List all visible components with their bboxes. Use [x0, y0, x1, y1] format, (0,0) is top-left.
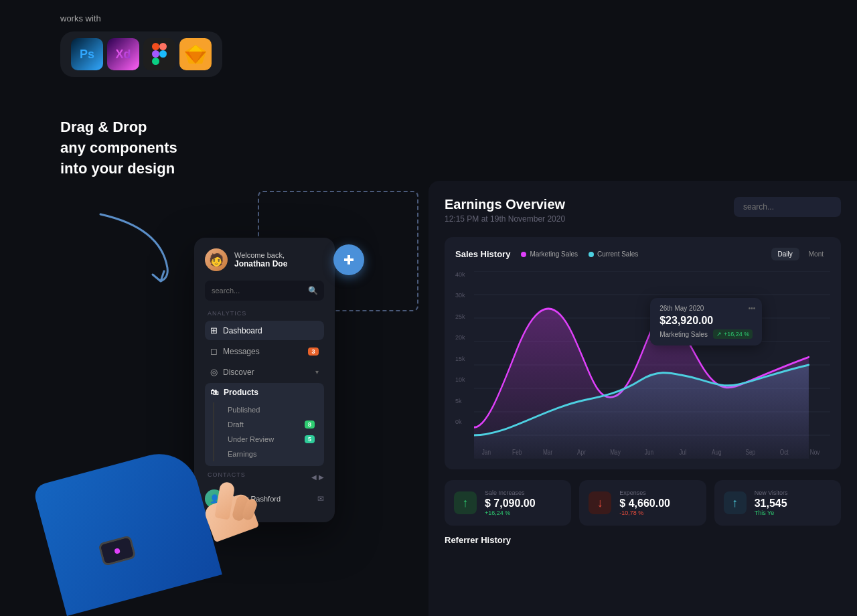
stat-amount-visitors: 31,545: [755, 497, 788, 510]
contacts-section: CONTACTS ◀ ▶ 👤 Henry Rashford ✉: [205, 471, 324, 512]
tab-monthly[interactable]: Mont: [802, 248, 830, 260]
stat-cards-row: ↑ Sale Increases $ 7,090.00 +16,24 % ↓ E…: [445, 480, 841, 526]
tooltip-label: Marketing Sales: [659, 331, 708, 338]
contact-message-icon[interactable]: ✉: [317, 494, 324, 504]
y-label-0k: 0k: [455, 418, 465, 425]
tooltip-footer: Marketing Sales ↗ +16,24 %: [659, 329, 753, 339]
stat-change-expenses: -10,78 %: [619, 510, 670, 516]
products-section[interactable]: 🛍 Products Published Draft 8 Under Revie…: [205, 383, 324, 466]
ps-icon: Ps: [71, 38, 103, 70]
add-component-button[interactable]: [333, 244, 364, 275]
svg-text:May: May: [610, 448, 621, 456]
user-header: 🧑 Welcome back, Jonathan Doe: [205, 248, 324, 271]
sidebar-item-discover[interactable]: ◎ Discover ▾: [205, 362, 324, 382]
stat-label-visitors: New Visitors: [755, 489, 788, 496]
y-label-25k: 25k: [455, 313, 465, 320]
stat-card-expenses: ↓ Expenses $ 4,660.00 -10,78 %: [579, 480, 706, 526]
svg-point-3: [159, 50, 167, 58]
sidebar-item-dashboard[interactable]: ⊞ Dashboard: [205, 321, 324, 340]
draft-label: Draft: [228, 420, 244, 429]
messages-icon: ◻: [210, 346, 218, 356]
under-review-label: Under Review: [228, 435, 274, 443]
products-header: 🛍 Products: [210, 388, 319, 397]
stat-info-expenses: Expenses $ 4,660.00 -10,78 %: [619, 489, 670, 516]
svg-rect-2: [152, 50, 159, 58]
stat-info-visitors: New Visitors 31,545 This Ye: [755, 489, 788, 516]
referrer-section: Referrer History: [445, 535, 841, 545]
svg-text:Jul: Jul: [680, 448, 687, 456]
chart-tooltip: 26th May 2020 ••• $23,920.00 Marketing S…: [650, 298, 762, 345]
svg-text:Mar: Mar: [543, 448, 552, 456]
discover-label: Discover: [223, 368, 254, 377]
tooltip-change: ↗ +16,24 %: [713, 329, 753, 339]
legend-current: Current Sales: [589, 250, 638, 258]
dashboard-title-group: Earnings Overview 12:15 PM at 19th Novem…: [445, 197, 565, 224]
stat-icon-down-red: ↓: [589, 491, 611, 514]
stat-info-sale: Sale Increases $ 7,090.00 +16,24 %: [485, 489, 536, 516]
sidebar-panel: 🧑 Welcome back, Jonathan Doe 🔍 ANALYTICS…: [194, 238, 335, 522]
works-with-label: works with: [60, 13, 222, 23]
products-label: Products: [224, 388, 258, 397]
search-icon: 🔍: [308, 286, 318, 295]
stat-amount-expenses: $ 4,660.00: [619, 497, 670, 510]
stat-card-sale-increases: ↑ Sale Increases $ 7,090.00 +16,24 %: [445, 480, 571, 526]
messages-label: Messages: [223, 347, 260, 356]
stat-amount-sale: $ 7,090.00: [485, 497, 536, 510]
dashboard-icon: ⊞: [210, 325, 218, 335]
sidebar-search-input[interactable]: [212, 287, 304, 295]
sub-nav-published[interactable]: Published: [224, 402, 319, 417]
svg-rect-4: [152, 58, 159, 65]
y-label-5k: 5k: [455, 398, 465, 404]
svg-text:Apr: Apr: [577, 448, 586, 456]
top-left-section: works with Ps Xd: [60, 13, 222, 77]
tooltip-arrow-icon: ↗: [716, 331, 722, 337]
y-label-30k: 30k: [455, 292, 465, 299]
user-avatar: 🧑: [205, 248, 228, 271]
sidebar-search-box[interactable]: 🔍: [205, 281, 324, 301]
stat-icon-up-teal: ↑: [724, 491, 747, 514]
stat-label-sale: Sale Increases: [485, 489, 536, 496]
welcome-text: Welcome back,: [234, 251, 287, 259]
sidebar-item-messages[interactable]: ◻ Messages 3: [205, 341, 324, 361]
contacts-nav-arrows[interactable]: ◀ ▶: [311, 473, 324, 481]
dashboard-panel: Earnings Overview 12:15 PM at 19th Novem…: [428, 181, 857, 616]
stat-card-visitors: ↑ New Visitors 31,545 This Ye: [714, 480, 841, 526]
xd-icon: Xd: [107, 38, 139, 70]
contacts-header: CONTACTS ◀ ▶: [205, 471, 324, 482]
under-review-badge: 5: [305, 435, 315, 443]
analytics-section-label: ANALYTICS: [205, 310, 324, 317]
user-info: Welcome back, Jonathan Doe: [234, 251, 287, 268]
chart-svg-wrapper: 40k 30k 25k 20k 15k 10k 5k 0k: [455, 271, 830, 459]
user-name: Jonathan Doe: [234, 259, 287, 268]
y-label-15k: 15k: [455, 356, 465, 362]
drag-drop-text: Drag & Drop any components into your des…: [60, 117, 177, 179]
stat-icon-up-green: ↑: [454, 491, 477, 514]
svg-text:Nov: Nov: [810, 448, 820, 456]
sub-nav-draft[interactable]: Draft 8: [224, 417, 319, 432]
tooltip-date: 26th May 2020: [659, 305, 753, 312]
dashboard-label: Dashboard: [223, 326, 262, 335]
chart-container: Sales History Marketing Sales Current Sa…: [445, 237, 841, 469]
figma-icon: [143, 38, 175, 70]
sketch-icon: [179, 38, 212, 70]
dashboard-search-input[interactable]: [734, 197, 841, 217]
svg-text:Aug: Aug: [712, 448, 722, 456]
y-label-40k: 40k: [455, 271, 465, 278]
y-axis-labels: 40k 30k 25k 20k 15k 10k 5k 0k: [455, 271, 465, 425]
stat-change-visitors: This Ye: [755, 510, 788, 516]
tab-daily[interactable]: Daily: [771, 248, 799, 260]
svg-rect-0: [152, 43, 159, 50]
sub-nav-under-review[interactable]: Under Review 5: [224, 432, 319, 447]
svg-text:Sep: Sep: [745, 448, 755, 456]
dashboard-title: Earnings Overview: [445, 197, 565, 212]
published-label: Published: [228, 406, 260, 414]
arrow-decoration: [80, 208, 181, 288]
legend-dot-marketing: [521, 252, 526, 257]
earnings-label: Earnings: [228, 450, 256, 458]
chart-title: Sales History: [455, 249, 510, 259]
sub-nav-earnings[interactable]: Earnings: [224, 447, 319, 461]
contact-item[interactable]: 👤 Henry Rashford ✉: [205, 486, 324, 512]
y-label-20k: 20k: [455, 334, 465, 341]
svg-text:Jun: Jun: [645, 448, 653, 456]
tooltip-dots: •••: [749, 305, 756, 312]
